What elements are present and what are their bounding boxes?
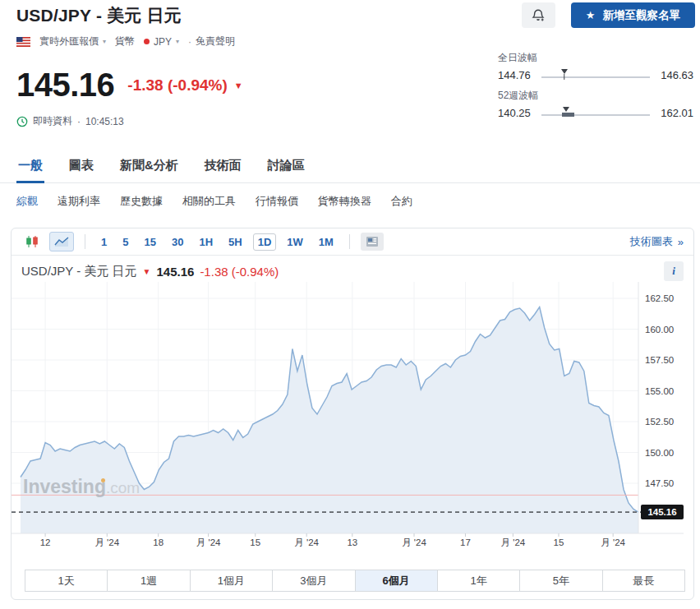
timeframe-1[interactable]: 1 [96, 233, 112, 251]
svg-text:147.50: 147.50 [645, 478, 674, 488]
area-chart-button[interactable] [49, 232, 74, 251]
timeframe-1D[interactable]: 1D [253, 233, 277, 251]
toolbar-divider [85, 234, 85, 249]
subtab-3[interactable]: 相關的工具 [182, 194, 236, 209]
range-button-1[interactable]: 1週 [108, 570, 190, 591]
breadcrumb-item-2[interactable]: JPY▾ [144, 36, 179, 48]
breadcrumb: 實時外匯報價▾貨幣JPY▾·免責聲明 [16, 35, 700, 48]
svg-text:150.00: 150.00 [645, 448, 674, 458]
svg-text:155.00: 155.00 [645, 386, 674, 396]
candlestick-chart-button[interactable] [21, 233, 43, 251]
tab-2[interactable]: 新聞&分析 [118, 150, 180, 182]
breadcrumb-item-1[interactable]: 貨幣 [115, 35, 135, 48]
chevron-down-icon: ▾ [176, 38, 179, 45]
svg-text:15: 15 [250, 537, 260, 547]
range-button-0[interactable]: 1天 [25, 570, 108, 591]
svg-text:17: 17 [460, 537, 471, 547]
svg-text:157.50: 157.50 [645, 355, 674, 365]
range-button-4[interactable]: 6個月 [356, 570, 438, 591]
52w-range-marker [563, 107, 569, 112]
price-chart[interactable]: 162.50160.00157.50155.00152.50150.00147.… [12, 282, 693, 558]
toolbar-divider [349, 234, 350, 249]
clock-icon [16, 116, 28, 127]
last-price: 145.16 [16, 67, 114, 104]
svg-text:月 '24: 月 '24 [402, 537, 426, 547]
tab-3[interactable]: 技術面 [203, 150, 243, 182]
timeframe-15[interactable]: 15 [139, 233, 160, 251]
timeframe-1M[interactable]: 1M [314, 233, 338, 251]
svg-text:18: 18 [153, 537, 163, 547]
watchlist-button-label: 新增至觀察名單 [603, 8, 681, 23]
svg-text:月 '24: 月 '24 [196, 537, 221, 547]
star-icon: ★ [586, 9, 596, 21]
chart-header: USD/JPY - 美元 日元 ▼ 145.16 -1.38 (-0.94%) … [12, 256, 693, 282]
svg-text:月 '24: 月 '24 [601, 537, 625, 547]
quote-time: 10:45:13 [85, 116, 124, 127]
tab-1[interactable]: 圖表 [67, 150, 95, 182]
chevron-down-icon: ▾ [103, 38, 106, 45]
svg-text:12: 12 [40, 537, 51, 547]
svg-text:15: 15 [554, 537, 564, 547]
range-button-3[interactable]: 3個月 [273, 570, 355, 591]
chart-info-button[interactable]: i [664, 261, 684, 281]
ranges-panel: 全日波幅 144.76 146.63 52週波幅 140.25 [498, 51, 693, 127]
subtab-0[interactable]: 綜觀 [16, 194, 38, 209]
time-range-selector: 1天1週1個月3個月6個月1年5年最長 [25, 570, 685, 592]
us-flag-icon [16, 37, 30, 47]
chart-widget: 1515301H5H1D1W1M 技術圖表 » USD/JPY - 美元 日元 … [11, 228, 694, 600]
svg-text:月 '24: 月 '24 [501, 537, 526, 547]
chart-symbol: USD/JPY - 美元 日元 [21, 264, 137, 279]
subtab-4[interactable]: 行情報價 [256, 194, 298, 209]
timeframe-30[interactable]: 30 [167, 233, 188, 251]
sub-tabs: 綜觀遠期利率歷史數據相關的工具行情報價貨幣轉換器合約 [0, 183, 700, 221]
subtab-6[interactable]: 合約 [391, 194, 412, 209]
52w-range-slider [541, 108, 650, 118]
down-arrow-icon: ▼ [143, 267, 151, 276]
breadcrumb-item-0[interactable]: 實時外匯報價▾ [39, 35, 106, 48]
breadcrumb-item-3[interactable]: ·免責聲明 [188, 35, 235, 48]
timeframe-5H[interactable]: 5H [223, 233, 247, 251]
y-axis-labels: 162.50160.00157.50155.00152.50150.00147.… [645, 293, 674, 488]
52w-low: 140.25 [498, 107, 534, 119]
daily-range-slider [541, 71, 650, 81]
chart-change: -1.38 (-0.94%) [200, 265, 279, 279]
red-dot-icon [144, 39, 150, 44]
x-axis-labels: 12月 '2418月 '2415月 '2413月 '2417月 '2415月 '… [40, 537, 626, 547]
news-layout-button[interactable] [361, 233, 384, 251]
svg-text:162.50: 162.50 [645, 293, 674, 303]
chart-price: 145.16 [156, 265, 194, 279]
timeframe-5[interactable]: 5 [117, 233, 133, 251]
bell-plus-icon [532, 8, 546, 22]
triangle-down-icon: ▼ [234, 81, 243, 90]
add-to-watchlist-button[interactable]: ★ 新增至觀察名單 [571, 2, 695, 28]
current-price-label: 145.16 [641, 505, 684, 519]
range-button-2[interactable]: 1個月 [191, 570, 273, 591]
main-tabs: 一般圖表新聞&分析技術面討論區 [0, 150, 700, 183]
chart-toolbar: 1515301H5H1D1W1M 技術圖表 » [12, 228, 693, 256]
svg-text:160.00: 160.00 [645, 325, 674, 334]
subtab-1[interactable]: 遠期利率 [58, 194, 100, 209]
svg-text:13: 13 [347, 537, 357, 547]
subtab-2[interactable]: 歷史數據 [120, 194, 163, 209]
alert-bell-button[interactable] [522, 2, 555, 28]
subtab-5[interactable]: 貨幣轉換器 [318, 194, 371, 209]
svg-text:152.50: 152.50 [645, 417, 674, 427]
daily-high: 146.63 [657, 69, 693, 81]
52w-high: 162.01 [657, 107, 693, 119]
usdjpy-quote-page: USD/JPY - 美元 日元 實時外匯報價▾貨幣JPY▾·免責聲明 [0, 0, 700, 609]
daily-low: 144.76 [498, 69, 534, 81]
price-change: -1.38 (-0.94%) ▼ [127, 76, 242, 95]
svg-text:月 '24: 月 '24 [94, 537, 119, 547]
series-area [21, 307, 638, 534]
tab-4[interactable]: 討論區 [266, 150, 306, 182]
range-button-6[interactable]: 5年 [520, 570, 602, 591]
technical-chart-link[interactable]: 技術圖表 » [630, 234, 684, 249]
range-button-5[interactable]: 1年 [438, 570, 520, 591]
chart-canvas[interactable]: 162.50160.00157.50155.00152.50150.00147.… [12, 282, 693, 558]
timeframe-1H[interactable]: 1H [194, 233, 218, 251]
timeframe-1W[interactable]: 1W [282, 233, 308, 251]
svg-text:月 '24: 月 '24 [294, 537, 319, 547]
tab-0[interactable]: 一般 [16, 150, 44, 183]
range-button-7[interactable]: 最長 [603, 570, 684, 591]
daily-range: 全日波幅 144.76 146.63 [498, 51, 693, 81]
